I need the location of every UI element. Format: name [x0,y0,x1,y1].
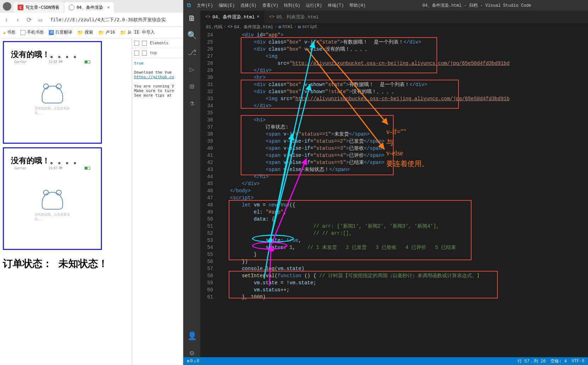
browser-tab[interactable]: C写文章-CSDN博客 [13,2,64,13]
account-icon[interactable]: 👤 [188,332,196,340]
order-status-heading: 订单状态： 未知状态！ [3,257,129,270]
preview-frame: 没有的哦！。。。。 Carrier11:57 PM 没有数据哦，点击屏幕加载..… [3,147,102,250]
console-line: You are running V [134,84,181,89]
bookmark-item[interactable]: 手机书签 [21,29,44,35]
menu-goto[interactable]: 转到(G) [282,2,302,8]
phone-icon [21,30,25,35]
vscode-logo-icon: ⧉ [187,2,193,8]
settings-icon[interactable]: ⚙ [188,349,196,357]
window-title: 04、条件渲染.html - 归档 - Visual Studio Code [369,2,584,8]
clear-icon[interactable] [134,51,139,56]
battery-icon [85,61,90,63]
annotation-text: v-if="" 与 v-else 要连着使用。 [386,126,429,169]
source-control-icon[interactable]: ⎇ [188,48,196,57]
search-icon[interactable]: 🔍 [188,31,196,40]
menu-file[interactable]: 文件(F) [195,2,215,8]
status-bar: ⊗0 ⚠0 行 57，列 26 空格: 4 UTF-8 [183,357,588,365]
folder-icon: 📁 [77,30,83,35]
console-output: true Download the Vue https://github.co … [132,58,183,101]
menu-view[interactable]: 查看(V) [260,2,281,8]
extensions-icon[interactable]: ⊞ [188,82,196,91]
close-icon[interactable]: × [257,15,259,19]
bookmark-item[interactable]: 译百度翻译 [49,29,72,35]
code-icon: ⊟ [298,24,301,30]
folder-icon: 📁 [120,30,126,35]
status-bar: Carrier11:57 PM [7,166,97,171]
browser-tab[interactable]: 04、条件渲染× [64,2,114,13]
bookmark-item[interactable]: 📁搜索 [77,29,93,35]
close-icon[interactable]: × [107,5,110,10]
run-debug-icon[interactable]: ▷ [188,65,196,74]
warning-icon: ⚠ [193,359,196,364]
editor-tabs: <>04、条件渲染.html× <>05、列表渲染.html [200,11,588,23]
html-icon: <> [228,24,233,29]
vscode-window: ⧉ 文件(F) 编辑(E) 选择(S) 查看(V) 转到(G) 运行(R) 终端… [183,0,588,365]
page-content: 没有的哦！。。。。 Carrier11:57 PM 没有数据哦，点击屏幕加载..… [0,38,132,365]
indentation[interactable]: 空格: 4 [550,358,567,364]
bookmarks-button[interactable]: ★书签 [3,29,16,35]
filter-icon[interactable] [142,51,147,56]
menu-help[interactable]: 帮助(H) [347,2,368,8]
elements-tab[interactable]: Elements [150,41,169,45]
tab-title: 写文章-CSDN博客 [25,5,59,11]
explorer-icon[interactable]: 🗎 [188,14,196,23]
context-select[interactable]: top [150,51,157,55]
code-icon: ⊟ [279,24,281,30]
titlebar: ⧉ 文件(F) 编辑(E) 选择(S) 查看(V) 转到(G) 运行(R) 终端… [183,0,588,11]
testing-icon[interactable]: ⚗ [188,99,196,108]
console-line: true [134,61,181,65]
devtools-panel: Elements top true Download the Vue https… [132,38,183,365]
device-icon[interactable] [142,41,147,46]
breadcrumb[interactable]: 01.代码› <>04、条件渲染.html› ⊟html› ⊟script [200,23,588,31]
problems-button[interactable]: ⊗0 ⚠0 [187,359,199,364]
forward-icon[interactable]: › [14,16,21,23]
address-bar: ‹ › ⟳ ▭ file:///E:/zzuli/4大二下/2.0-3G软件开发… [0,13,183,27]
csdn-icon: C [18,5,23,10]
back-icon[interactable]: ‹ [3,16,10,23]
file-icon [69,5,74,10]
bookmark-item[interactable]: 📁从 IE 中导入 [120,29,155,35]
bookmark-item[interactable]: 📁卢16 [98,29,115,35]
menu-select[interactable]: 选择(S) [238,2,259,8]
console-line: Download the Vue [134,70,181,75]
reload-icon[interactable]: ⟳ [25,16,33,23]
star-icon: ★ [3,30,6,35]
code-body[interactable]: <div id="app"> <div class="box" v-if="st… [218,31,588,357]
status-bar: Carrier11:57 PM [7,60,97,64]
devtools-toolbar: Elements [132,38,183,48]
console-link[interactable]: https://github.co [134,75,181,79]
empty-state-image: 没有数据哦，点击屏幕加载... [35,86,70,115]
error-icon: ⊗ [187,359,189,364]
line-gutter: 2425262728293031323334353637383940414243… [200,31,218,357]
encoding[interactable]: UTF-8 [572,359,584,364]
menu-run[interactable]: 运行(R) [304,2,324,8]
preview-frame: 没有的哦！。。。。 Carrier11:57 PM 没有数据哦，点击屏幕加载..… [3,41,102,144]
editor-tab[interactable]: <>04、条件渲染.html× [200,11,264,23]
tab-title: 04、条件渲染 [76,5,103,11]
menu-terminal[interactable]: 终端(T) [326,2,346,8]
menu-edit[interactable]: 编辑(E) [217,2,237,8]
bookmarks-bar: ★书签 手机书签 译百度翻译 📁搜索 📁卢16 📁从 IE 中导入 [0,27,183,38]
frame-heading: 没有的哦！。。。。 [11,155,97,166]
console-line: See more tips at [134,93,181,98]
battery-icon [85,167,90,170]
browser-window: C写文章-CSDN博客 04、条件渲染× ‹ › ⟳ ▭ file:///E:/… [0,0,183,365]
code-editor[interactable]: 2425262728293031323334353637383940414243… [200,31,588,357]
url-input[interactable]: file:///E:/zzuli/4大二下/2.0-3G软件开发综合实 [48,17,180,23]
cursor-position[interactable]: 行 57，列 26 [518,358,546,364]
console-line: Make sure to turn [134,89,181,93]
activity-bar: 🗎 🔍 ⎇ ▷ ⊞ ⚗ 👤 ⚙ [183,11,200,357]
app-icon [3,2,11,11]
editor-tab[interactable]: <>05、列表渲染.html [264,11,324,23]
empty-state-image: 没有数据哦，点击屏幕加载... [35,192,70,222]
html-icon: <> [269,15,274,19]
folder-icon: 📁 [98,30,104,35]
browser-tabbar: C写文章-CSDN博客 04、条件渲染× [0,0,183,13]
inspect-icon[interactable] [134,41,139,46]
html-icon: <> [205,15,210,19]
translate-icon: 译 [49,30,54,35]
console-toolbar: top [132,48,183,58]
read-icon[interactable]: ▭ [37,16,44,23]
frame-heading: 没有的哦！。。。。 [11,49,97,60]
